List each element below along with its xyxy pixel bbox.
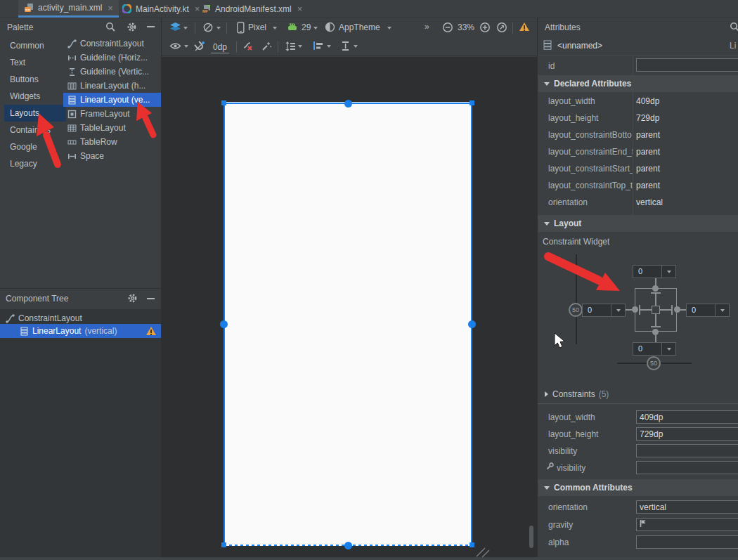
pack-icon[interactable] xyxy=(285,41,296,52)
hide-icon[interactable] xyxy=(147,298,155,299)
chevron-down-icon[interactable] xyxy=(216,27,221,30)
orientation-field[interactable]: vertical xyxy=(636,500,738,514)
theme-selector[interactable]: AppTheme xyxy=(339,22,380,32)
chevron-down-icon[interactable] xyxy=(661,343,675,355)
palette-item-linearlayout-horizontal[interactable]: LinearLayout (h... xyxy=(63,79,161,93)
layout-height-field[interactable]: 729dp xyxy=(636,427,738,441)
canvas-resize-handle[interactable] xyxy=(475,547,491,558)
theme-icon[interactable] xyxy=(325,22,335,32)
android-api-icon[interactable] xyxy=(287,23,298,31)
tree-item-linearlayout-vertical[interactable]: LinearLayout (vertical) xyxy=(0,324,161,338)
palette-item-tablerow[interactable]: TableRow xyxy=(63,135,161,149)
api-level-selector[interactable]: 29 xyxy=(302,22,311,32)
section-layout[interactable]: Layout xyxy=(538,215,738,232)
hide-icon[interactable] xyxy=(147,26,155,27)
palette-item-constraintlayout[interactable]: ConstraintLayout xyxy=(63,37,161,51)
palette-item-framelayout[interactable]: FrameLayout xyxy=(63,107,161,121)
selection-handle-bottom-right[interactable] xyxy=(470,542,474,547)
palette-category-google[interactable]: Google xyxy=(0,138,62,155)
visibility-field[interactable] xyxy=(636,444,738,457)
tab-activity-main-xml[interactable]: <> activity_main.xml × xyxy=(18,0,119,18)
default-margins-control[interactable]: 0dp xyxy=(211,42,229,53)
palette-item-guideline-horizontal[interactable]: Guideline (Horiz... xyxy=(63,51,161,65)
chevron-down-icon[interactable] xyxy=(715,304,729,316)
selection-handle-top-left[interactable] xyxy=(221,100,226,105)
palette-category-containers[interactable]: Containers xyxy=(0,122,62,138)
attribute-row[interactable]: layout_constraintEnd_tparent xyxy=(538,143,738,160)
attribute-row[interactable]: layout_constraintStart_tparent xyxy=(538,160,738,177)
warning-icon[interactable] xyxy=(519,22,529,31)
palette-item-space[interactable]: Space xyxy=(63,149,161,163)
device-phone-icon[interactable] xyxy=(237,22,245,34)
tab-mainactivity-kt[interactable]: MainActivity.kt × xyxy=(117,0,205,18)
tools-visibility-field[interactable] xyxy=(636,461,738,474)
clear-constraints-icon[interactable] xyxy=(242,41,254,52)
chevron-down-icon[interactable] xyxy=(183,27,188,30)
chevron-down-icon[interactable] xyxy=(327,45,331,48)
widget-anchor-bottom[interactable] xyxy=(652,329,659,335)
vertical-bias-handle[interactable]: 50 xyxy=(569,303,583,317)
constraint-anchor-top[interactable] xyxy=(344,100,352,108)
search-icon[interactable] xyxy=(730,22,738,32)
widget-anchor-right[interactable] xyxy=(674,306,680,313)
attribute-row[interactable]: layout_constraintTop_tparent xyxy=(538,177,738,194)
constraint-anchor-right[interactable] xyxy=(468,320,476,328)
chevron-down-icon[interactable] xyxy=(273,27,277,30)
gear-icon[interactable] xyxy=(127,293,138,304)
palette-item-tablelayout[interactable]: TableLayout xyxy=(63,121,161,135)
margin-right-combo[interactable]: 0 xyxy=(686,304,730,317)
align-icon[interactable] xyxy=(313,41,324,51)
horizontal-bias-handle[interactable]: 50 xyxy=(647,356,661,370)
section-constraints[interactable]: Constraints (5) xyxy=(545,389,609,399)
vertical-scrollbar-thumb[interactable] xyxy=(529,526,533,548)
attribute-row[interactable]: orientationvertical xyxy=(538,194,738,211)
layers-view-mode-icon[interactable] xyxy=(169,22,181,33)
gravity-field[interactable] xyxy=(636,518,738,531)
orientation-icon[interactable] xyxy=(202,22,214,33)
selection-handle-bottom-left[interactable] xyxy=(221,542,226,547)
palette-item-linearlayout-vertical[interactable]: LinearLayout (ve... xyxy=(63,93,161,107)
warning-icon[interactable] xyxy=(146,327,156,335)
palette-category-common[interactable]: Common xyxy=(0,37,62,54)
tree-item-constraintlayout[interactable]: ConstraintLayout xyxy=(6,312,82,325)
palette-category-widgets[interactable]: Widgets xyxy=(0,88,62,105)
palette-category-legacy[interactable]: Legacy xyxy=(0,155,62,172)
palette-item-guideline-vertical[interactable]: Guideline (Vertic... xyxy=(63,65,161,79)
device-canvas[interactable] xyxy=(224,102,472,546)
margin-top-combo[interactable]: 0 xyxy=(633,265,676,278)
chevron-down-icon[interactable] xyxy=(387,27,391,30)
chevron-down-icon[interactable] xyxy=(611,304,625,316)
chevron-down-icon[interactable] xyxy=(313,27,318,30)
gear-icon[interactable] xyxy=(127,22,137,32)
zoom-in-icon[interactable] xyxy=(479,22,491,33)
palette-category-text[interactable]: Text xyxy=(0,54,62,71)
infer-constraints-wand-icon[interactable] xyxy=(261,41,272,52)
section-common-attributes[interactable]: Common Attributes xyxy=(538,479,738,496)
attribute-row[interactable]: layout_width409dp xyxy=(538,93,738,110)
search-icon[interactable] xyxy=(105,22,116,32)
chevron-down-icon[interactable] xyxy=(354,45,358,48)
flag-icon[interactable] xyxy=(640,519,647,528)
widget-anchor-top[interactable] xyxy=(652,285,659,292)
vertical-bias-track[interactable] xyxy=(576,254,577,344)
close-icon[interactable]: × xyxy=(297,4,303,14)
zoom-out-icon[interactable] xyxy=(442,22,453,33)
section-declared-attributes[interactable]: Declared Attributes xyxy=(538,75,738,92)
attribute-row[interactable]: layout_constraintBottoparent xyxy=(538,126,738,143)
toolbar-overflow-icon[interactable]: » xyxy=(425,22,429,32)
device-selector[interactable]: Pixel xyxy=(248,22,266,32)
chevron-down-icon[interactable] xyxy=(661,266,675,278)
palette-category-buttons[interactable]: Buttons xyxy=(0,71,62,88)
chevron-down-icon[interactable] xyxy=(184,45,188,48)
constraint-anchor-left[interactable] xyxy=(220,320,228,328)
alpha-field[interactable] xyxy=(636,535,738,549)
margin-left-combo[interactable]: 0 xyxy=(582,304,626,317)
constraint-anchor-bottom[interactable] xyxy=(344,542,352,549)
chevron-down-icon[interactable] xyxy=(298,45,302,48)
autoconnect-off-magnet-icon[interactable] xyxy=(194,41,205,52)
selection-handle-top-right[interactable] xyxy=(470,100,474,105)
close-icon[interactable]: × xyxy=(108,3,113,13)
zoom-to-fit-icon[interactable] xyxy=(496,22,507,33)
palette-category-layouts[interactable]: Layouts xyxy=(4,105,66,122)
distribute-icon[interactable] xyxy=(341,41,351,51)
